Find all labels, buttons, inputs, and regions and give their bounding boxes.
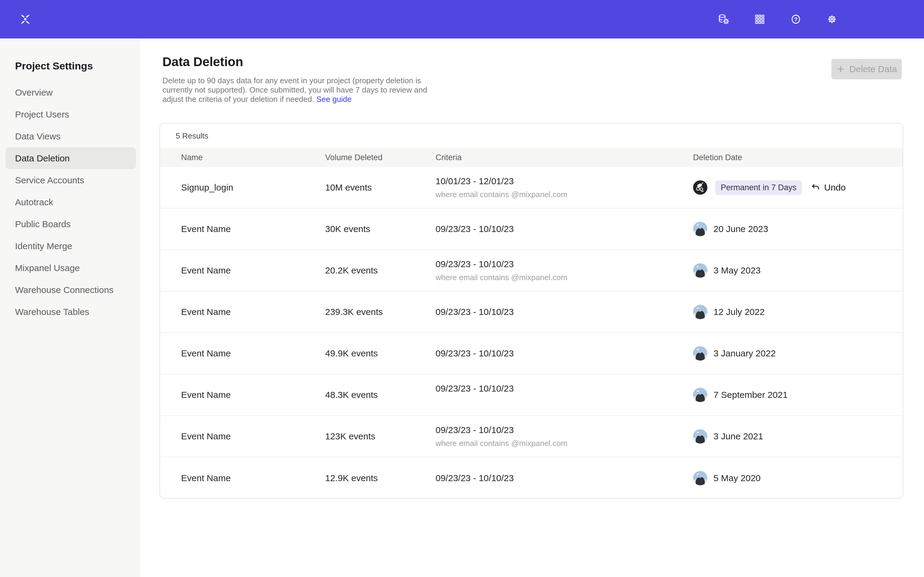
user-avatar <box>693 222 708 236</box>
criteria-cell: 09/23/23 - 10/10/23 where email contains… <box>436 250 567 291</box>
criteria-cell: 09/23/23 - 10/10/23 <box>436 292 514 332</box>
event-name-cell: Event Name <box>181 458 231 498</box>
event-name-cell: Signup_login <box>181 167 233 208</box>
deletion-date: 20 June 2023 <box>714 224 768 234</box>
delete-data-label: Delete Data <box>850 64 897 74</box>
criteria-cell: 09/23/23 - 10/10/23 <box>436 333 514 374</box>
deletion-date-cell: 5 May 2020 <box>693 458 893 498</box>
undo-button[interactable]: Undo <box>811 167 846 208</box>
user-avatar <box>693 471 708 485</box>
sidebar-item-service-accounts[interactable]: Service Accounts <box>5 169 136 191</box>
column-header-volume-deleted: Volume Deleted <box>325 148 383 167</box>
results-count: 5 Results <box>176 124 208 148</box>
volume-deleted-cell: 48.3K events <box>325 374 378 415</box>
user-avatar <box>693 388 708 402</box>
sidebar-item-label: Data Views <box>15 131 60 142</box>
deletion-date: 7 September 2021 <box>714 390 788 400</box>
event-name-cell: Event Name <box>181 374 231 415</box>
table-row: Event Name 20.2K events 09/23/23 - 10/10… <box>160 250 903 292</box>
table-row: Event Name 48.3K events 09/23/23 - 10/10… <box>160 374 903 416</box>
help-icon[interactable]: ? <box>789 13 803 26</box>
deletion-date-cell: 12 July 2022 <box>693 292 893 332</box>
see-guide-link[interactable]: See guide <box>317 95 352 104</box>
volume-deleted-cell: 30K events <box>325 209 370 250</box>
criteria-date-range: 09/23/23 - 10/10/23 <box>436 348 514 358</box>
sidebar-item-data-views[interactable]: Data Views <box>5 125 136 147</box>
deletion-date-cell: 3 January 2022 <box>693 333 893 374</box>
deletion-date-cell: 20 June 2023 <box>693 209 893 250</box>
description-line: Delete up to 90 days data for any event … <box>162 76 427 85</box>
apps-grid-icon[interactable] <box>753 13 766 26</box>
criteria-cell: 09/23/23 - 10/10/23 <box>436 458 514 498</box>
criteria-cell: 09/23/23 - 10/10/23 <box>436 374 514 415</box>
page-title: Data Deletion <box>162 55 243 69</box>
table-header: Name Volume Deleted Criteria Deletion Da… <box>160 148 903 167</box>
criteria-date-range: 09/23/23 - 10/10/23 <box>436 384 514 394</box>
criteria-date-range: 09/23/23 - 10/10/23 <box>436 224 514 234</box>
permanent-badge: Permanent in 7 Days <box>715 180 802 195</box>
svg-text:?: ? <box>794 16 798 23</box>
volume-deleted-cell: 20.2K events <box>325 250 378 291</box>
sidebar-item-label: Autotrack <box>15 197 53 207</box>
sidebar-item-mixpanel-usage[interactable]: Mixpanel Usage <box>5 257 136 279</box>
deletion-date-cell: 7 September 2021 <box>693 374 893 415</box>
data-management-icon[interactable] <box>717 13 730 26</box>
table-body: Signup_login 10M events 10/01/23 - 12/01… <box>160 167 903 498</box>
criteria-subtext: where email contains @mixpanel.com <box>436 439 567 448</box>
criteria-subtext: where email contains @mixpanel.com <box>436 190 567 199</box>
deletion-date: 3 May 2023 <box>714 265 761 276</box>
event-name-cell: Event Name <box>181 250 231 291</box>
criteria-date-range: 10/01/23 - 12/01/23 <box>436 176 514 186</box>
sidebar-item-warehouse-tables[interactable]: Warehouse Tables <box>5 301 136 323</box>
sidebar-item-label: Project Users <box>15 110 69 119</box>
sidebar-item-project-users[interactable]: Project Users <box>5 103 136 125</box>
table-row: Event Name 30K events 09/23/23 - 10/10/2… <box>160 209 903 250</box>
sidebar: Project Settings Overview Project Users … <box>0 39 140 577</box>
volume-deleted-cell: 123K events <box>325 416 375 457</box>
deletion-date: 3 January 2022 <box>714 348 776 358</box>
volume-deleted-cell: 239.3K events <box>325 292 383 332</box>
volume-deleted-cell: 49.9K events <box>325 333 378 374</box>
results-card: 5 Results Name Volume Deleted Criteria D… <box>160 123 903 498</box>
table-row: Signup_login 10M events 10/01/23 - 12/01… <box>160 167 903 209</box>
criteria-cell: 10/01/23 - 12/01/23 where email contains… <box>436 167 567 208</box>
event-name-cell: Event Name <box>181 333 231 374</box>
sidebar-item-identity-merge[interactable]: Identity Merge <box>5 235 136 257</box>
undo-icon <box>811 183 820 192</box>
event-name-cell: Event Name <box>181 292 231 332</box>
sidebar-item-warehouse-connections[interactable]: Warehouse Connections <box>5 279 136 301</box>
criteria-cell: 09/23/23 - 10/10/23 <box>436 209 514 250</box>
sidebar-item-public-boards[interactable]: Public Boards <box>5 213 136 235</box>
deletion-date-cell: 3 May 2023 <box>693 250 893 291</box>
criteria-date-range: 09/23/23 - 10/10/23 <box>436 259 514 269</box>
page-description: Delete up to 90 days data for any event … <box>162 76 427 104</box>
sidebar-item-overview[interactable]: Overview <box>5 81 136 103</box>
sidebar-nav: Overview Project Users Data Views Data D… <box>0 81 140 323</box>
deletion-date: 3 June 2021 <box>714 431 763 442</box>
delete-data-button[interactable]: Delete Data <box>831 59 902 79</box>
table-row: Event Name 12.9K events 09/23/23 - 10/10… <box>160 458 903 498</box>
sidebar-item-label: Overview <box>15 87 53 98</box>
topbar-icon-group: ? <box>717 13 838 26</box>
sidebar-item-data-deletion[interactable]: Data Deletion <box>5 147 136 169</box>
deletion-date: 12 July 2022 <box>714 307 764 317</box>
mixpanel-logo-icon[interactable] <box>19 13 32 26</box>
sidebar-item-label: Identity Merge <box>15 241 72 251</box>
criteria-date-range: 09/23/23 - 10/10/23 <box>436 307 514 317</box>
sidebar-title: Project Settings <box>15 60 93 72</box>
criteria-cell: 09/23/23 - 10/10/23 where email contains… <box>436 416 567 457</box>
deletion-date-cell: Permanent in 7 Days Undo <box>693 167 893 208</box>
deletion-date: 5 May 2020 <box>714 473 761 483</box>
user-avatar <box>693 263 708 278</box>
settings-gear-icon[interactable] <box>825 13 838 26</box>
criteria-subtext: where email contains @mixpanel.com <box>436 273 567 282</box>
criteria-date-range: 09/23/23 - 10/10/23 <box>436 425 514 435</box>
column-header-deletion-date: Deletion Date <box>693 148 742 167</box>
sidebar-item-label: Data Deletion <box>15 153 70 163</box>
sidebar-item-autotrack[interactable]: Autotrack <box>5 191 136 213</box>
event-name-cell: Event Name <box>181 416 231 457</box>
criteria-date-range: 09/23/23 - 10/10/23 <box>436 473 514 483</box>
column-header-criteria: Criteria <box>436 148 462 167</box>
deletion-date-cell: 3 June 2021 <box>693 416 893 457</box>
undo-label: Undo <box>824 182 846 193</box>
